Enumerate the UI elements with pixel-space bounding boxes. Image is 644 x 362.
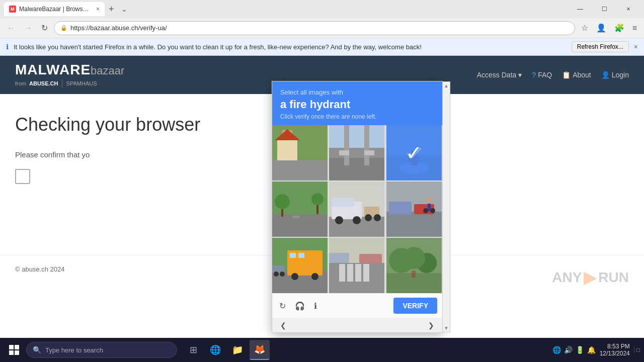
tab-favicon: M bbox=[9, 6, 16, 13]
svg-point-15 bbox=[399, 162, 429, 174]
taskbar-right: 🌐 🔊 🔋 🔔 8:53 PM 12/13/2024 □ bbox=[552, 343, 640, 357]
svg-point-31 bbox=[353, 216, 361, 224]
battery-icon[interactable]: 🔋 bbox=[576, 346, 584, 354]
notification-close-button[interactable]: × bbox=[634, 43, 638, 51]
taskbar: 🔍 Type here to search ⊞ 🌐 📁 🦊 🌐 🔊 🔋 🔔 8:… bbox=[0, 338, 644, 362]
svg-rect-58 bbox=[363, 264, 369, 282]
captcha-modal: Select all images with a fire hydrant Cl… bbox=[272, 81, 443, 333]
notification-bell-icon[interactable]: 🔔 bbox=[587, 346, 596, 354]
taskbar-task-view[interactable]: ⊞ bbox=[183, 340, 203, 360]
svg-rect-57 bbox=[355, 264, 361, 282]
svg-rect-6 bbox=[329, 155, 384, 180]
captcha-checkbox[interactable] bbox=[15, 169, 30, 184]
maximize-button[interactable]: ☐ bbox=[593, 0, 616, 18]
captcha-header: Select all images with a fire hydrant Cl… bbox=[272, 81, 442, 125]
search-icon: 🔍 bbox=[33, 346, 41, 354]
nav-faq[interactable]: ? FAQ bbox=[532, 71, 552, 79]
taskbar-explorer[interactable]: 📁 bbox=[227, 340, 248, 360]
captcha-cell-5[interactable] bbox=[329, 182, 384, 237]
svg-rect-1 bbox=[272, 160, 328, 180]
svg-rect-55 bbox=[339, 264, 345, 282]
svg-rect-10 bbox=[339, 150, 349, 155]
back-button[interactable]: ← bbox=[4, 22, 18, 35]
tab-title: MalwareBazaar | Browse Check... bbox=[19, 6, 91, 13]
svg-rect-56 bbox=[347, 264, 353, 282]
clock-time: 8:53 PM bbox=[600, 343, 630, 350]
logo-area: MALWARE bazaar from ABUSE.CH | SPAMHAUS bbox=[15, 62, 124, 88]
show-desktop-button[interactable]: □ bbox=[634, 346, 640, 353]
tab-close-button[interactable]: × bbox=[96, 6, 100, 13]
logo-separator: | bbox=[61, 79, 63, 88]
windows-logo-icon bbox=[9, 345, 19, 355]
captcha-cell-9[interactable] bbox=[386, 238, 442, 293]
captcha-select-text: Select all images with bbox=[280, 88, 434, 96]
taskbar-edge[interactable]: 🌐 bbox=[205, 340, 225, 360]
captcha-cell-8[interactable] bbox=[329, 238, 384, 293]
captcha-cell-1[interactable] bbox=[272, 125, 328, 180]
edge-icon: 🌐 bbox=[210, 344, 221, 355]
tab-list-button[interactable]: ⌄ bbox=[118, 3, 130, 15]
svg-rect-16 bbox=[411, 153, 418, 165]
svg-point-34 bbox=[374, 214, 381, 221]
svg-point-65 bbox=[403, 247, 425, 269]
captcha-info-button[interactable]: ℹ bbox=[312, 299, 319, 313]
notification-text: It looks like you haven't started Firefo… bbox=[14, 43, 567, 51]
captcha-cell-6[interactable] bbox=[386, 182, 442, 237]
captcha-cell-4[interactable] bbox=[272, 182, 328, 237]
taskbar-clock[interactable]: 8:53 PM 12/13/2024 bbox=[600, 343, 630, 357]
start-button[interactable] bbox=[4, 340, 24, 360]
captcha-prev-button[interactable]: ❮ bbox=[277, 320, 289, 330]
network-icon[interactable]: 🌐 bbox=[552, 346, 561, 354]
verify-button[interactable]: VERIFY bbox=[393, 298, 437, 314]
captcha-next-button[interactable]: ❯ bbox=[425, 320, 437, 330]
extensions-button[interactable]: 🧩 bbox=[611, 21, 627, 35]
nav-about[interactable]: 📋 About bbox=[562, 71, 591, 79]
nav-access-data[interactable]: Access Data ▾ bbox=[477, 71, 522, 79]
new-tab-button[interactable]: + bbox=[107, 4, 116, 15]
svg-rect-17 bbox=[409, 158, 420, 162]
taskbar-firefox[interactable]: 🦊 bbox=[250, 340, 270, 360]
captcha-cell-7[interactable] bbox=[272, 238, 328, 293]
menu-button[interactable]: ≡ bbox=[629, 22, 640, 35]
minimize-button[interactable]: — bbox=[569, 0, 592, 18]
svg-rect-9 bbox=[364, 125, 369, 165]
captcha-challenge: a fire hydrant bbox=[280, 98, 434, 111]
explorer-icon: 📁 bbox=[232, 344, 243, 355]
active-tab[interactable]: M MalwareBazaar | Browse Check... × bbox=[4, 2, 105, 16]
svg-rect-60 bbox=[359, 254, 382, 263]
address-bar[interactable]: 🔒 https://bazaar.abuse.ch/verify-ua/ bbox=[54, 21, 575, 35]
forward-button[interactable]: → bbox=[21, 22, 35, 35]
svg-point-52 bbox=[280, 272, 285, 277]
task-view-icon: ⊞ bbox=[190, 344, 197, 355]
logo-malware: MALWARE bbox=[15, 62, 91, 78]
refresh-firefox-button[interactable]: Refresh Firefox... bbox=[572, 41, 629, 52]
svg-rect-37 bbox=[389, 202, 412, 214]
volume-icon[interactable]: 🔊 bbox=[564, 346, 573, 354]
captcha-cell-2[interactable] bbox=[329, 125, 384, 180]
captcha-scroll[interactable]: ▲ ▼ bbox=[442, 81, 450, 332]
site-nav: Access Data ▾ ? FAQ 📋 About 👤 Login bbox=[477, 71, 629, 79]
captcha-nav: ❮ ❯ bbox=[272, 318, 442, 332]
profile-button[interactable]: 👤 bbox=[593, 21, 609, 35]
captcha-grid bbox=[272, 125, 442, 293]
lock-icon: 🔒 bbox=[60, 25, 67, 31]
window-controls: — ☐ × bbox=[569, 0, 640, 18]
captcha-cell-3[interactable] bbox=[386, 125, 442, 180]
svg-rect-22 bbox=[281, 209, 283, 217]
nav-login[interactable]: 👤 Login bbox=[601, 71, 629, 79]
captcha-refresh-button[interactable]: ↻ bbox=[277, 299, 288, 313]
svg-rect-24 bbox=[316, 205, 318, 214]
logo-main: MALWARE bazaar bbox=[15, 62, 124, 78]
bookmark-button[interactable]: ☆ bbox=[578, 21, 591, 35]
taskbar-search[interactable]: 🔍 Type here to search bbox=[26, 342, 177, 358]
close-button[interactable]: × bbox=[617, 0, 640, 18]
svg-point-51 bbox=[274, 272, 279, 277]
svg-point-23 bbox=[311, 193, 324, 205]
firefox-icon: 🦊 bbox=[254, 344, 265, 355]
refresh-button[interactable]: ↻ bbox=[38, 21, 51, 35]
captcha-audio-button[interactable]: 🎧 bbox=[293, 299, 307, 313]
site-content: MALWARE bazaar from ABUSE.CH | SPAMHAUS … bbox=[0, 56, 644, 317]
svg-rect-59 bbox=[329, 253, 349, 263]
navigation-bar: ← → ↻ 🔒 https://bazaar.abuse.ch/verify-u… bbox=[0, 18, 644, 38]
url-display: https://bazaar.abuse.ch/verify-ua/ bbox=[70, 24, 167, 32]
